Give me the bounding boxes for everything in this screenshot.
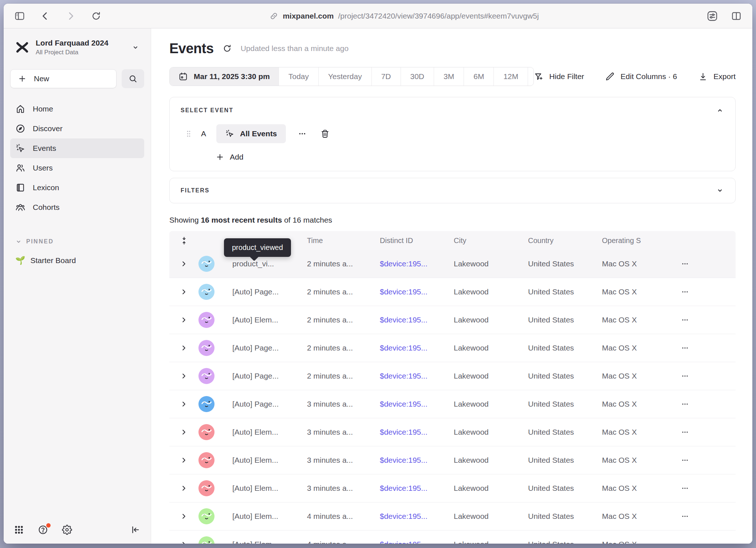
row-more-options-icon[interactable] [673,259,736,268]
collapse-rows-icon[interactable] [180,236,189,245]
event-city: Lakewood [444,372,518,380]
table-row[interactable]: [Auto] Elem... 3 minutes a... $device:19… [169,446,736,474]
distinct-id-link[interactable]: $device:195... [370,316,444,324]
trash-icon[interactable] [320,129,330,139]
distinct-id-link[interactable]: $device:195... [370,540,444,544]
range-button-12m[interactable]: 12M [493,67,528,86]
browser-forward-icon[interactable] [64,9,77,23]
column-header-time[interactable]: Time [297,236,370,245]
table-row[interactable]: [Auto] Elem... 3 minutes a... $device:19… [169,474,736,502]
distinct-id-link[interactable]: $device:195... [370,372,444,380]
chevron-down-icon[interactable] [716,186,724,195]
column-header-city[interactable]: City [444,236,518,245]
browser-back-icon[interactable] [39,9,52,23]
range-button-7d[interactable]: 7D [371,67,401,86]
hide-filter-button[interactable]: Hide Filter [534,72,584,82]
add-event-button[interactable]: Add [216,153,724,161]
table-row[interactable]: [Auto] Page... 2 minutes a... $device:19… [169,362,736,390]
distinct-id-link[interactable]: $device:195... [370,344,444,352]
row-more-options-icon[interactable] [673,287,736,296]
browser-sidebar-toggle-icon[interactable] [13,9,26,23]
export-button[interactable]: Export [698,72,736,82]
table-row[interactable]: [Auto] Page... 2 minutes a... $device:19… [169,334,736,362]
sidebar-item-cohorts[interactable]: Cohorts [10,197,144,217]
row-more-options-icon[interactable] [673,400,736,408]
project-switcher[interactable]: Lord Farquaad 2024 All Project Data [10,39,144,56]
distinct-id-link[interactable]: $device:195... [370,400,444,408]
expand-row-chevron-icon[interactable] [180,484,188,492]
sidebar-item-events[interactable]: Events [10,138,144,158]
row-more-options-icon[interactable] [673,484,736,493]
event-city: Lakewood [444,259,518,268]
expand-row-chevron-icon[interactable] [180,288,188,296]
chevron-up-icon[interactable] [716,106,724,115]
event-avatar [198,284,214,300]
expand-row-chevron-icon[interactable] [180,400,188,408]
main-content: Events Updated less than a minute ago Ma… [151,28,752,544]
column-header-operating-system[interactable]: Operating S [592,236,673,245]
distinct-id-link[interactable]: $device:195... [370,456,444,465]
sidebar-item-home[interactable]: Home [10,99,144,119]
sidebar-item-label: Lexicon [33,183,59,192]
range-button-xtd[interactable]: XTD [528,67,534,86]
distinct-id-link[interactable]: $device:195... [370,428,444,437]
table-row[interactable]: [Auto] Elem... 2 minutes a... $device:19… [169,306,736,334]
expand-row-chevron-icon[interactable] [180,428,188,436]
expand-row-chevron-icon[interactable] [180,456,188,464]
row-more-options-icon[interactable] [673,344,736,352]
expand-row-chevron-icon[interactable] [180,372,188,380]
expand-row-chevron-icon[interactable] [180,540,188,544]
distinct-id-link[interactable]: $device:195... [370,259,444,268]
table-row[interactable]: [Auto] Page... 3 minutes a... $device:19… [169,390,736,418]
table-row[interactable]: [Auto] Elem... 3 minutes a... $device:19… [169,418,736,446]
range-button-yesterday[interactable]: Yesterday [318,67,371,86]
event-name: [Auto] Elem... [223,512,297,521]
sidebar-item-discover[interactable]: Discover [10,119,144,138]
browser-split-view-icon[interactable] [730,9,743,23]
row-more-options-icon[interactable] [673,456,736,465]
distinct-id-link[interactable]: $device:195... [370,512,444,521]
expand-row-chevron-icon[interactable] [180,512,188,520]
expand-row-chevron-icon[interactable] [180,260,188,268]
range-label: 7D [381,72,391,81]
expand-row-chevron-icon[interactable] [180,316,188,324]
range-button-6m[interactable]: 6M [464,67,493,86]
sidebar-item-lexicon[interactable]: Lexicon [10,178,144,197]
drag-handle-icon[interactable] [186,129,192,138]
edit-columns-button[interactable]: Edit Columns · 6 [605,72,677,82]
range-button-3m[interactable]: 3M [434,67,464,86]
browser-reload-icon[interactable] [90,9,103,23]
table-row[interactable]: [Auto] Elem... 4 minutes a... $device:19… [169,502,736,531]
pinned-section-header[interactable]: PINNED [10,238,144,245]
date-picker-button[interactable]: Mar 11, 2025 3:30 pm [170,67,279,86]
collapse-sidebar-icon[interactable] [130,524,141,536]
row-more-options-icon[interactable] [673,540,736,544]
help-icon[interactable] [37,524,49,536]
event-name: [Auto] Page... [223,372,297,380]
table-row[interactable]: [Auto] Elem... 4 minutes a... $device:19… [169,531,736,544]
refresh-icon[interactable] [222,43,233,54]
distinct-id-link[interactable]: $device:195... [370,484,444,493]
range-button-30d[interactable]: 30D [401,67,434,86]
row-more-options-icon[interactable] [673,316,736,324]
event-selector-chip[interactable]: All Events [216,124,286,143]
new-button[interactable]: New [10,69,117,88]
row-more-options-icon[interactable] [673,372,736,380]
column-header-country[interactable]: Country [518,236,592,245]
event-name: [Auto] Page... [223,400,297,408]
search-button[interactable] [122,69,144,88]
column-header-distinct-id[interactable]: Distinct ID [370,236,444,245]
address-bar[interactable]: mixpanel.com/project/3472420/view/397469… [103,12,706,20]
apps-grid-icon[interactable] [13,524,25,536]
browser-settings-sliders-icon[interactable] [706,9,719,23]
more-options-icon[interactable] [298,129,307,138]
range-button-today[interactable]: Today [279,67,318,86]
row-more-options-icon[interactable] [673,428,736,437]
sidebar-item-starter-board[interactable]: 🌱 Starter Board [10,251,144,270]
sidebar-item-users[interactable]: Users [10,158,144,178]
gear-icon[interactable] [61,524,73,536]
distinct-id-link[interactable]: $device:195... [370,287,444,296]
table-row[interactable]: [Auto] Page... 2 minutes a... $device:19… [169,278,736,306]
row-more-options-icon[interactable] [673,512,736,521]
expand-row-chevron-icon[interactable] [180,344,188,352]
